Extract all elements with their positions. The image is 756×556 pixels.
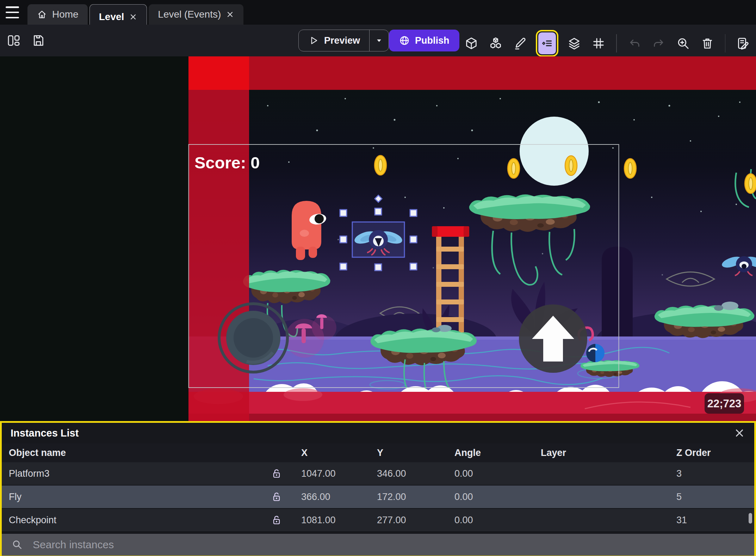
joystick-control[interactable] xyxy=(219,304,287,372)
score-text: Score: 0 xyxy=(194,153,260,172)
table-row[interactable]: Checkpoint 1081.00 277.00 0.00 31 xyxy=(2,509,754,532)
moon[interactable] xyxy=(520,117,589,186)
toolbar-divider xyxy=(616,34,617,52)
instances-list-panel: Instances List Object name X Y Angle Lay… xyxy=(0,421,756,556)
scrollbar-thumb[interactable] xyxy=(749,513,752,524)
box-3d-icon xyxy=(464,36,478,50)
application-window: Home Level Level (Events) xyxy=(0,0,756,556)
toggle-panels-button[interactable] xyxy=(6,32,22,49)
stone-decoration xyxy=(714,305,723,311)
table-row-selected[interactable]: Fly 366.00 172.00 0.00 5 xyxy=(2,486,754,509)
instance-z-order: 5 xyxy=(668,492,754,502)
save-button[interactable] xyxy=(30,32,47,49)
red-ground-object[interactable] xyxy=(188,388,756,421)
edit-object-button[interactable] xyxy=(512,35,528,51)
menu-button[interactable] xyxy=(6,6,21,18)
editor-toolbar: Preview Publish xyxy=(0,25,756,56)
table-row[interactable]: Platform3 1047.00 346.00 0.00 3 xyxy=(2,462,754,486)
redo-icon xyxy=(652,36,666,50)
instance-x: 366.00 xyxy=(292,492,368,502)
panel-title: Instances List xyxy=(11,427,79,439)
trash-icon xyxy=(700,36,714,50)
coin xyxy=(624,159,636,178)
instance-name: Platform3 xyxy=(2,468,261,479)
zoom-in-icon xyxy=(676,36,690,50)
column-header: Layer xyxy=(532,447,668,458)
instance-y: 346.00 xyxy=(368,468,446,479)
close-tab-icon[interactable] xyxy=(129,13,137,21)
close-tab-icon[interactable] xyxy=(226,10,234,19)
instance-name: Fly xyxy=(2,492,261,502)
instances-list-button[interactable] xyxy=(538,32,556,54)
home-icon xyxy=(37,9,47,20)
instance-y: 172.00 xyxy=(368,492,446,502)
instance-angle: 0.00 xyxy=(446,468,532,479)
hamburger-icon xyxy=(6,6,19,8)
grid-icon xyxy=(591,36,606,50)
coin xyxy=(508,159,520,178)
instance-name: Checkpoint xyxy=(2,515,261,526)
scene-render[interactable]: Score: 0 22;723 xyxy=(0,56,756,421)
tab-label: Level xyxy=(99,11,124,23)
preview-label: Preview xyxy=(324,35,360,46)
delete-button[interactable] xyxy=(699,35,715,51)
objects-panel-button[interactable] xyxy=(488,35,504,51)
instances-list-icon xyxy=(540,35,554,51)
globe-icon xyxy=(399,35,410,46)
coin xyxy=(374,155,386,175)
lock-open-icon[interactable] xyxy=(271,514,282,526)
tab-label: Level (Events) xyxy=(158,9,221,20)
redo-button[interactable] xyxy=(651,35,667,51)
scene-canvas[interactable]: Score: 0 22;723 xyxy=(0,56,756,421)
search-icon xyxy=(12,539,23,550)
undo-button[interactable] xyxy=(626,35,643,51)
close-icon xyxy=(733,427,745,439)
preview-options-button[interactable] xyxy=(369,30,389,51)
jump-button-control[interactable] xyxy=(519,304,587,373)
table-header: Object name X Y Angle Layer Z Order xyxy=(2,443,754,462)
instance-angle: 0.00 xyxy=(446,515,532,526)
tab-strip: Home Level Level (Events) xyxy=(27,4,243,25)
column-header: Z Order xyxy=(668,447,754,458)
column-header: Angle xyxy=(446,447,532,458)
publish-label: Publish xyxy=(415,35,450,46)
instance-x: 1047.00 xyxy=(292,468,368,479)
instance-x: 1081.00 xyxy=(292,515,368,526)
layers-panel-button[interactable] xyxy=(566,35,582,51)
preview-split-button: Preview xyxy=(298,30,389,51)
tab-home[interactable]: Home xyxy=(27,4,88,25)
edit-scene-properties-button[interactable] xyxy=(735,35,751,51)
instance-y: 277.00 xyxy=(368,515,446,526)
3d-box-button[interactable] xyxy=(463,35,479,51)
grid-button[interactable] xyxy=(590,35,607,51)
objects-icon xyxy=(489,36,503,50)
coords-badge: 22;723 xyxy=(705,393,744,414)
instance-z-order: 3 xyxy=(668,468,754,479)
zoom-button[interactable] xyxy=(675,35,691,51)
stone-decoration xyxy=(432,327,440,332)
save-icon xyxy=(31,33,45,48)
column-header: Object name xyxy=(2,447,292,458)
undo-icon xyxy=(627,36,642,50)
red-strip-object[interactable] xyxy=(188,90,249,421)
tab-level-events[interactable]: Level (Events) xyxy=(149,4,243,25)
layers-icon xyxy=(567,36,581,50)
pencil-icon xyxy=(513,36,527,50)
instance-angle: 0.00 xyxy=(446,492,532,502)
column-header: X xyxy=(292,447,368,458)
close-panel-button[interactable] xyxy=(733,427,745,439)
lock-open-icon[interactable] xyxy=(271,491,282,502)
toolbar-divider xyxy=(725,34,726,52)
editor-out-of-scene-area xyxy=(0,56,188,421)
edit-properties-icon xyxy=(736,36,750,50)
search-input[interactable] xyxy=(2,533,754,556)
tab-label: Home xyxy=(52,9,79,20)
coin xyxy=(745,174,756,193)
lock-open-icon[interactable] xyxy=(271,468,282,479)
red-band-object[interactable] xyxy=(188,56,756,90)
svg-text:22;723: 22;723 xyxy=(707,397,742,410)
play-icon xyxy=(308,35,319,46)
publish-button[interactable]: Publish xyxy=(389,30,459,51)
instance-z-order: 31 xyxy=(668,515,754,526)
preview-button[interactable]: Preview xyxy=(299,30,369,51)
